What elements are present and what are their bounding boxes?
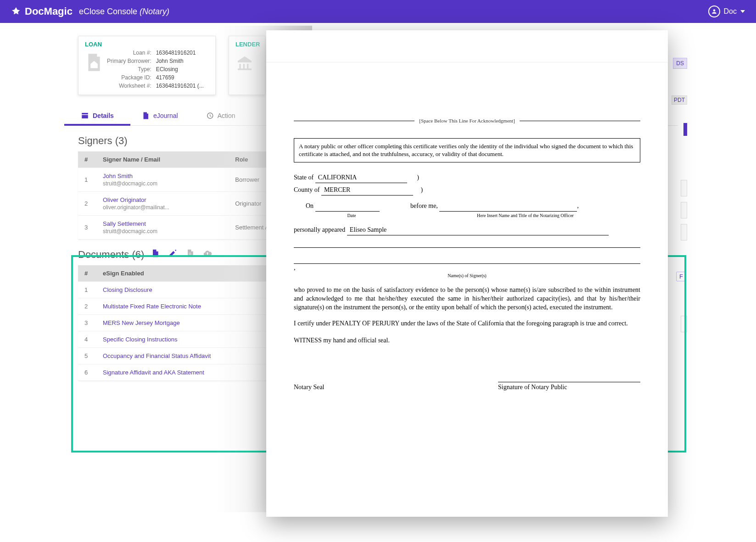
lender-card: LENDER — [229, 36, 265, 95]
doc-idx: 2 — [78, 298, 96, 315]
appeared-label: personally appeared — [294, 226, 345, 233]
before-me-label: before me, — [410, 202, 438, 209]
signers-col-name: Signer Name / Email — [96, 151, 229, 168]
doc-idx: 5 — [78, 348, 96, 364]
signer-idx: 1 — [78, 168, 96, 192]
loan-v-3: 417659 — [156, 74, 204, 81]
on-label: On — [306, 202, 314, 209]
on-date-slot: On — [306, 202, 398, 212]
officer-blank — [439, 202, 577, 212]
brand: DocMagic — [11, 6, 73, 17]
house-icon — [85, 52, 103, 73]
doc-link[interactable]: Signature Affidavit and AKA Statement — [103, 369, 204, 376]
user-label: Doc — [724, 7, 737, 16]
signers-col-idx: # — [78, 151, 96, 168]
date-blank — [315, 202, 380, 212]
svg-point-0 — [243, 57, 246, 60]
ejournal-icon — [141, 112, 150, 120]
signer-idx: 3 — [78, 216, 96, 240]
console-role: (Notary) — [140, 7, 169, 16]
pdf-icon[interactable] — [185, 249, 195, 261]
frag-slot — [681, 202, 687, 218]
signer-email: struitt@docmagic.com — [103, 180, 222, 187]
add-doc-icon[interactable] — [151, 249, 160, 261]
doc-link[interactable]: Multistate Fixed Rate Electronic Note — [103, 303, 201, 310]
doc-link[interactable]: Occupancy and Financial Status Affidavit — [103, 352, 211, 359]
loan-card-fields: Loan #:1636481916201 Primary Borrower:Jo… — [107, 50, 204, 89]
lender-card-title: LENDER — [235, 41, 260, 48]
console-title: eClose Console (Notary) — [79, 7, 169, 17]
doc-idx: 6 — [78, 364, 96, 381]
state-label: State of — [294, 174, 314, 181]
loan-card-title: LOAN — [85, 41, 102, 48]
tab-details[interactable]: Details — [78, 107, 117, 125]
signer-idx: 2 — [78, 192, 96, 216]
frag-slot — [681, 224, 687, 240]
frag-slot — [681, 316, 687, 332]
chevron-down-icon — [740, 10, 745, 13]
bank-icon — [235, 52, 254, 73]
certificate-box: A notary public or other officer complet… — [294, 138, 640, 162]
cloud-upload-icon[interactable] — [203, 249, 212, 261]
logo-icon — [11, 6, 21, 17]
names-caption: Name(s) of Signer(s) — [294, 273, 640, 279]
state-value: CALIFORNIA — [315, 173, 407, 183]
names-line — [294, 254, 640, 264]
history-icon — [206, 112, 214, 120]
ack-body-3: WITNESS my hand and official seal. — [294, 336, 640, 345]
appeared-line2 — [294, 238, 640, 248]
loan-k-4: Worksheet #: — [107, 83, 151, 89]
avatar-icon — [708, 6, 720, 17]
doc-link[interactable]: Specific Closing Instructions — [103, 336, 178, 343]
county-label: County of — [294, 186, 319, 193]
frag-badge-f: F — [676, 272, 686, 281]
frag-badge-pdt: PDT — [672, 95, 687, 105]
appeared-row: personally appeared Eliseo Sample — [294, 226, 640, 235]
tab-ejournal-label: eJournal — [153, 112, 178, 119]
signer-name-link[interactable]: John Smith — [103, 173, 133, 179]
appeared-value: Eliseo Sample — [347, 226, 609, 235]
state-row: State of CALIFORNIA ) — [294, 173, 640, 183]
loan-v-2: EClosing — [156, 66, 204, 73]
document-preview: [Space Below This Line For Acknowledgmen… — [266, 30, 668, 517]
doc-link[interactable]: MERS New Jersey Mortgage — [103, 319, 180, 326]
ack-body-2: I certify under PENALTY OF PERJURY under… — [294, 319, 640, 328]
loan-k-0: Loan #: — [107, 50, 151, 56]
signer-name-link[interactable]: Oliver Originator — [103, 196, 146, 203]
loan-card: LOAN Loan #:1636481916201 Primary Borrow… — [78, 36, 216, 95]
notary-seal-label: Notary Seal — [294, 383, 324, 392]
before-me-slot: before me, , — [410, 202, 640, 212]
tab-ejournal[interactable]: eJournal — [139, 107, 181, 125]
county-row: County of MERCER ) — [294, 186, 640, 196]
user-menu[interactable]: Doc — [708, 6, 745, 17]
details-icon — [81, 112, 89, 120]
doc-idx: 3 — [78, 315, 96, 331]
frag-badge-ds: DS — [673, 58, 687, 69]
signer-email: oliver.originator@mailinat... — [103, 204, 222, 211]
loan-k-2: Type: — [107, 66, 151, 73]
brand-name: DocMagic — [25, 6, 73, 17]
loan-v-1: John Smith — [156, 58, 204, 64]
signature-caption: Signature of Notary Public — [498, 382, 640, 392]
frag-slot — [681, 180, 687, 196]
signer-name-link[interactable]: Sally Settlement — [103, 220, 146, 227]
documents-heading-text: Documents (6) — [78, 249, 144, 261]
loan-v-4: 1636481916201 (... — [156, 83, 204, 89]
console-text: eClose Console — [79, 7, 137, 16]
tab-action[interactable]: Action — [203, 107, 238, 125]
signer-email: struitt@docmagic.com — [103, 228, 222, 235]
doc-idx: 4 — [78, 331, 96, 348]
edit-icon[interactable] — [168, 249, 177, 261]
county-value: MERCER — [321, 186, 413, 196]
ack-separator-text: [Space Below This Line For Acknowledgmen… — [419, 117, 515, 124]
officer-caption: Here Insert Name and Title of the Notari… — [410, 212, 640, 219]
date-caption: Date — [306, 212, 398, 219]
doc-link[interactable]: Closing Disclosure — [103, 286, 152, 293]
docs-col-idx: # — [78, 265, 96, 282]
tab-details-label: Details — [93, 112, 114, 119]
ack-separator: [Space Below This Line For Acknowledgmen… — [294, 117, 640, 124]
ack-body-1: who proved to me on the basis of satisfa… — [294, 286, 640, 312]
loan-k-3: Package ID: — [107, 74, 151, 81]
frag-scrollbar[interactable] — [683, 123, 687, 136]
loan-v-0: 1636481916201 — [156, 50, 204, 56]
